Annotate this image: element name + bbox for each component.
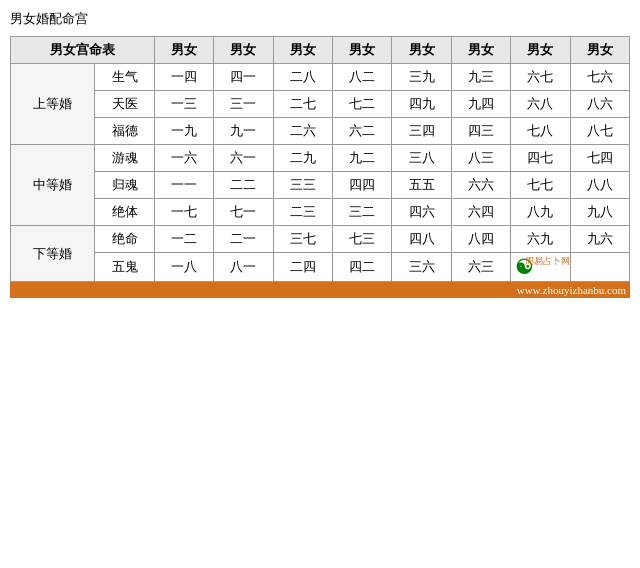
cell: 九二 <box>332 145 391 172</box>
sub-label: 绝体 <box>95 199 154 226</box>
cell: 六九 <box>511 226 570 253</box>
cell: 一九 <box>154 118 213 145</box>
cell: 九一 <box>214 118 273 145</box>
cell: 一一 <box>154 172 213 199</box>
watermark-cell: ☯ 周易占卜网 <box>511 253 570 282</box>
cell: 一四 <box>154 64 213 91</box>
header-col-3: 男女 <box>273 37 332 64</box>
cell: 四一 <box>214 64 273 91</box>
cell: 三九 <box>392 64 451 91</box>
table-row: 绝体 一七 七一 二三 三二 四六 六四 八九 九八 <box>11 199 630 226</box>
cell: 二三 <box>273 199 332 226</box>
cell: 六一 <box>214 145 273 172</box>
sub-label: 绝命 <box>95 226 154 253</box>
cell: 一六 <box>154 145 213 172</box>
category-upper: 上等婚 <box>11 64 95 145</box>
header-col-6: 男女 <box>451 37 510 64</box>
table-row: 归魂 一一 二二 三三 四四 五五 六六 七七 八八 <box>11 172 630 199</box>
sub-label: 归魂 <box>95 172 154 199</box>
cell: 三二 <box>332 199 391 226</box>
bottom-bar: www.zhouyizhanbu.com <box>10 282 630 298</box>
cell: 一七 <box>154 199 213 226</box>
cell: 二一 <box>214 226 273 253</box>
cell: 一三 <box>154 91 213 118</box>
cell: 三六 <box>392 253 451 282</box>
cell: 三四 <box>392 118 451 145</box>
cell: 五五 <box>392 172 451 199</box>
table-row: 上等婚 生气 一四 四一 二八 八二 三九 九三 六七 七六 <box>11 64 630 91</box>
header-col-8: 男女 <box>570 37 629 64</box>
cell: 四八 <box>392 226 451 253</box>
cell: 六二 <box>332 118 391 145</box>
sub-label: 天医 <box>95 91 154 118</box>
website-text: www.zhouyizhanbu.com <box>517 284 626 296</box>
cell: 二四 <box>273 253 332 282</box>
cell: 二六 <box>273 118 332 145</box>
cell: 三八 <box>392 145 451 172</box>
sub-label: 游魂 <box>95 145 154 172</box>
cell: 七一 <box>214 199 273 226</box>
header-label: 男女宫命表 <box>11 37 155 64</box>
table-row: 下等婚 绝命 一二 二一 三七 七三 四八 八四 六九 九六 <box>11 226 630 253</box>
table-row: 天医 一三 三一 二七 七二 四九 九四 六八 八六 <box>11 91 630 118</box>
cell: 四三 <box>451 118 510 145</box>
cell: 三三 <box>273 172 332 199</box>
table-row: 中等婚 游魂 一六 六一 二九 九二 三八 八三 四七 七四 <box>11 145 630 172</box>
cell: 七二 <box>332 91 391 118</box>
cell: 八一 <box>214 253 273 282</box>
cell: 三一 <box>214 91 273 118</box>
header-col-1: 男女 <box>154 37 213 64</box>
cell: 一八 <box>154 253 213 282</box>
category-mid: 中等婚 <box>11 145 95 226</box>
sub-label: 福德 <box>95 118 154 145</box>
cell: 七六 <box>570 64 629 91</box>
cell: 三七 <box>273 226 332 253</box>
cell: 六八 <box>511 91 570 118</box>
cell: 四七 <box>511 145 570 172</box>
cell: 六七 <box>511 64 570 91</box>
cell: 八八 <box>570 172 629 199</box>
header-col-5: 男女 <box>392 37 451 64</box>
cell: 九八 <box>570 199 629 226</box>
cell: 八三 <box>451 145 510 172</box>
cell: 四二 <box>332 253 391 282</box>
cell: 九六 <box>570 226 629 253</box>
table-header-row: 男女宫命表 男女 男女 男女 男女 男女 男女 男女 男女 <box>11 37 630 64</box>
page-title: 男女婚配命宫 <box>10 10 630 28</box>
cell: 四四 <box>332 172 391 199</box>
cell: 二九 <box>273 145 332 172</box>
cell: 九三 <box>451 64 510 91</box>
cell: 八六 <box>570 91 629 118</box>
header-col-4: 男女 <box>332 37 391 64</box>
cell: 一二 <box>154 226 213 253</box>
cell: 七三 <box>332 226 391 253</box>
cell: 八九 <box>511 199 570 226</box>
cell: 七七 <box>511 172 570 199</box>
cell: 七四 <box>570 145 629 172</box>
table-row-last: 五鬼 一八 八一 二四 四二 三六 六三 ☯ 周易占卜网 <box>11 253 630 282</box>
cell: 七八 <box>511 118 570 145</box>
cell: 六六 <box>451 172 510 199</box>
sub-label: 生气 <box>95 64 154 91</box>
cell: 八四 <box>451 226 510 253</box>
cell: 二八 <box>273 64 332 91</box>
cell: 九四 <box>451 91 510 118</box>
cell: 四六 <box>392 199 451 226</box>
header-col-2: 男女 <box>214 37 273 64</box>
cell: 四九 <box>392 91 451 118</box>
sub-label: 五鬼 <box>95 253 154 282</box>
cell: 八七 <box>570 118 629 145</box>
cell: 八二 <box>332 64 391 91</box>
cell: 二二 <box>214 172 273 199</box>
cell <box>570 253 629 282</box>
compatibility-table: 男女宫命表 男女 男女 男女 男女 男女 男女 男女 男女 上等婚 生气 一四 … <box>10 36 630 282</box>
table-row: 福德 一九 九一 二六 六二 三四 四三 七八 八七 <box>11 118 630 145</box>
header-col-7: 男女 <box>511 37 570 64</box>
cell: 六四 <box>451 199 510 226</box>
cell: 六三 <box>451 253 510 282</box>
category-lower: 下等婚 <box>11 226 95 282</box>
cell: 二七 <box>273 91 332 118</box>
